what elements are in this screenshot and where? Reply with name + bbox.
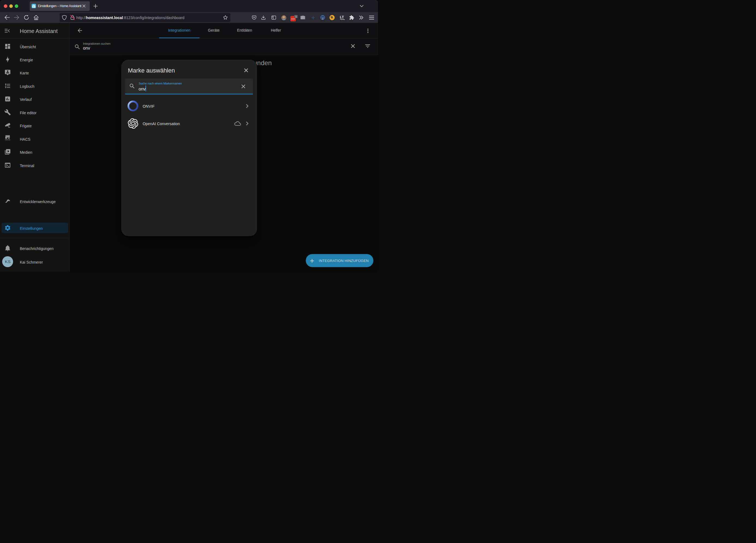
svg-text:1: 1 — [295, 15, 297, 18]
svg-text:HACS: HACS — [5, 138, 10, 140]
svg-text:LT: LT — [340, 15, 344, 19]
